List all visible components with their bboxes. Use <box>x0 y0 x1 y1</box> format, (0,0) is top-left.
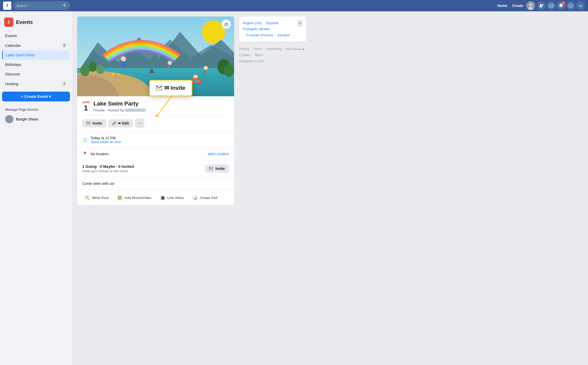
svg-point-16 <box>80 65 90 76</box>
sidebar-item-lake-swim-party[interactable]: Lake Swim Party <box>2 50 70 60</box>
notifications-icon-btn[interactable]: 1 <box>557 1 565 10</box>
svg-rect-20 <box>122 62 125 67</box>
hosting-badge: 3 <box>61 81 67 86</box>
live-video-button[interactable]: 🎥 Live Video <box>158 193 186 202</box>
svg-point-28 <box>224 64 234 77</box>
more-options-button[interactable]: ··· <box>135 119 144 128</box>
footer-privacy[interactable]: Privacy <box>239 47 249 51</box>
sidebar-item-events[interactable]: Events <box>2 31 70 40</box>
svg-point-30 <box>112 73 114 75</box>
svg-point-36 <box>226 24 227 25</box>
search-input[interactable] <box>13 1 70 10</box>
add-photo-button[interactable]: 🖼️ Add Photo/Video <box>115 193 153 202</box>
footer-terms[interactable]: Terms <box>254 47 262 51</box>
language-portuguese[interactable]: Português (Brasil) <box>243 27 270 31</box>
more-options-icon-btn[interactable] <box>576 1 585 10</box>
going-info: 1 Going · 0 Maybe · 0 Invited Invite you… <box>82 164 134 173</box>
language-english[interactable]: English (US) <box>243 21 262 25</box>
svg-point-3 <box>540 4 542 6</box>
svg-point-31 <box>115 75 117 77</box>
sidebar-item-birthdays[interactable]: Birthdays <box>2 60 70 69</box>
starts-within-text: Starts within an hour <box>91 140 121 144</box>
language-links: English (US) · Español · Português (Bras… <box>243 20 295 38</box>
write-post-button[interactable]: ✏️ Write Post <box>82 193 111 202</box>
search-icon: 🔍 <box>63 4 67 8</box>
event-actions-row: Invite ✏ Edit ··· <box>82 115 229 128</box>
svg-point-22 <box>168 61 172 65</box>
copyright-text: Facebook © 2019 <box>239 59 264 63</box>
sidebar-title: Events <box>16 19 33 25</box>
user-avatar[interactable] <box>526 1 535 10</box>
svg-point-1 <box>529 3 532 6</box>
page-wrapper: 1 Events Events Calendar 8 Lake Swim Par… <box>0 11 588 365</box>
home-link[interactable]: Home <box>497 4 507 8</box>
event-title-block: Lake Swim Party Private · Hosted by <box>93 100 229 112</box>
poll-icon: 📊 <box>192 195 198 201</box>
event-time-row: 🕐 Today at 12 PM Starts within an hour <box>77 132 234 147</box>
topnav-links: Home Create <box>497 4 523 8</box>
svg-point-32 <box>117 73 119 75</box>
action-bar: ✏️ Write Post 🖼️ Add Photo/Video 🎥 Live … <box>77 190 234 205</box>
hosted-by-blur <box>125 109 146 112</box>
event-info-section: APR 1 Lake Swim Party Private · Hosted b… <box>77 96 234 132</box>
invite-tooltip-label: ✉ Invite <box>164 85 185 91</box>
edit-button[interactable]: ✏ Edit <box>108 119 133 127</box>
going-section: 1 Going · 0 Maybe · 0 Invited Invite you… <box>77 160 234 177</box>
invite-tooltip-overlay: ✉ Invite <box>149 80 192 96</box>
svg-point-17 <box>89 62 96 72</box>
footer-more[interactable]: More <box>255 52 264 58</box>
location-icon: 📍 <box>82 151 87 156</box>
topnav-icons: 1 ? <box>526 1 585 10</box>
add-language-button[interactable]: + <box>297 20 302 27</box>
svg-point-18 <box>96 65 104 74</box>
event-description: Come swim with us! <box>77 177 234 190</box>
messenger-icon-btn[interactable] <box>547 1 556 10</box>
sidebar-item-hosting[interactable]: Hosting 3 <box>2 79 70 89</box>
language-german[interactable]: Deutsch <box>278 33 290 37</box>
add-location-link[interactable]: Add Location <box>208 152 229 156</box>
help-icon-btn[interactable]: ? <box>566 1 575 10</box>
clock-icon: 🕐 <box>82 137 87 142</box>
photo-icon: 🖼️ <box>117 195 123 201</box>
footer-links: Privacy · Terms · Advertising · Ad Choic… <box>239 46 306 64</box>
sidebar-header: 1 Events <box>2 15 70 31</box>
sidebar-item-calendar[interactable]: Calendar 8 <box>2 40 70 50</box>
notification-badge: 1 <box>562 1 565 5</box>
language-french[interactable]: Français (France) <box>246 33 273 37</box>
facebook-logo: f <box>3 2 11 10</box>
change-cover-photo-button[interactable] <box>222 20 231 29</box>
search-wrapper: 🔍 <box>13 1 70 10</box>
invite-button[interactable]: Invite <box>82 119 106 127</box>
events-calendar-icon: 1 <box>4 18 13 27</box>
svg-marker-39 <box>302 48 304 50</box>
svg-text:?: ? <box>570 4 572 7</box>
location-label: No location <box>91 152 109 156</box>
going-section-invite-button[interactable]: Invite <box>205 164 229 173</box>
footer-advertising[interactable]: Advertising <box>266 47 281 51</box>
ad-choices-icon <box>302 48 305 50</box>
boogie-shoes-avatar <box>5 115 13 123</box>
event-day: 1 <box>82 104 89 112</box>
boogie-shoes-page-item[interactable]: Boogie Shoes <box>2 113 70 125</box>
language-box: English (US) · Español · Português (Bras… <box>239 16 306 42</box>
svg-point-34 <box>204 66 208 70</box>
svg-point-8 <box>5 115 13 123</box>
create-link[interactable]: Create <box>512 4 523 8</box>
friends-icon-btn[interactable] <box>537 1 546 10</box>
language-header: English (US) · Español · Português (Bras… <box>243 20 302 38</box>
svg-point-26 <box>192 79 199 82</box>
event-title: Lake Swim Party <box>93 100 229 107</box>
create-event-button[interactable]: + Create Event ▾ <box>2 92 70 101</box>
create-poll-button[interactable]: 📊 Create Poll <box>190 193 219 202</box>
footer-cookies[interactable]: Cookies <box>239 53 250 57</box>
boogie-shoes-label: Boogie Shoes <box>16 117 38 121</box>
footer-ad-choices[interactable]: Ad Choices <box>286 46 305 52</box>
invite-friends-text: Invite your friends to this event <box>82 169 134 173</box>
sidebar-item-discover[interactable]: Discover <box>2 69 70 79</box>
event-date-block: APR 1 <box>82 100 89 112</box>
main-content: APR 1 Lake Swim Party Private · Hosted b… <box>72 11 588 365</box>
invite-tooltip-envelope-icon <box>156 86 162 90</box>
svg-point-4 <box>542 4 543 6</box>
event-card: APR 1 Lake Swim Party Private · Hosted b… <box>77 16 234 205</box>
language-espanol[interactable]: Español <box>266 21 278 25</box>
